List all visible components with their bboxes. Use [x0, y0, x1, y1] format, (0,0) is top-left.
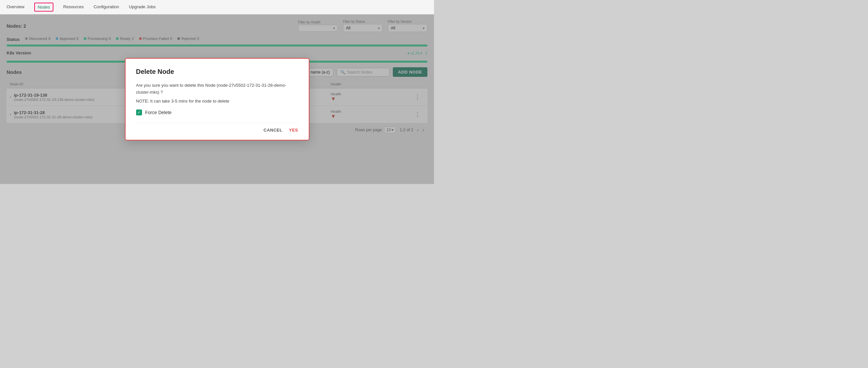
- force-delete-label: Force Delete: [145, 110, 172, 115]
- nav-item-upgrade-jobs[interactable]: Upgrade Jobs: [129, 1, 156, 13]
- nav-item-nodes[interactable]: Nodes: [34, 3, 53, 11]
- nav-item-configuration[interactable]: Configuration: [94, 1, 119, 13]
- modal-body: Are you sure you want to delete this Nod…: [136, 82, 298, 96]
- nav-item-resources[interactable]: Resources: [63, 1, 84, 13]
- cancel-button[interactable]: CANCEL: [264, 128, 282, 133]
- modal-overlay: Delete Node Are you sure you want to del…: [0, 15, 434, 184]
- force-delete-checkbox[interactable]: ✓: [136, 110, 142, 115]
- yes-button[interactable]: YES: [289, 128, 298, 133]
- force-delete-row: ✓ Force Delete: [136, 110, 298, 115]
- delete-node-modal: Delete Node Are you sure you want to del…: [125, 58, 309, 140]
- main-content: Nodes: 2 Filter by Health ▾ Filter by St…: [0, 15, 434, 184]
- modal-title: Delete Node: [136, 68, 298, 76]
- modal-note: NOTE: It can take 3-5 mins for the node …: [136, 98, 298, 104]
- nav-item-overview[interactable]: Overview: [7, 1, 24, 13]
- nav-bar: Overview Nodes Resources Configuration U…: [0, 0, 434, 15]
- modal-actions: CANCEL YES: [136, 123, 298, 133]
